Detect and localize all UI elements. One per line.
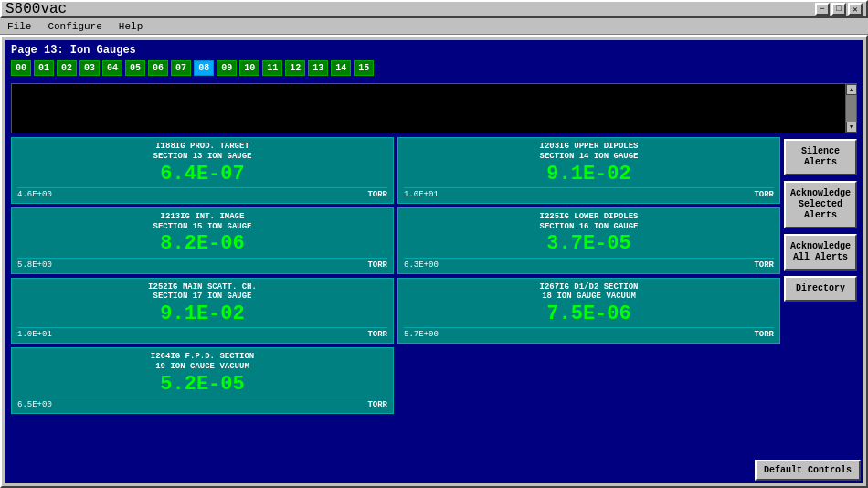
- gauge-i213ig-unit: TORR: [367, 260, 387, 270]
- gauge-i225ig-value: 3.7E-05: [404, 233, 774, 255]
- gauge-i267ig-footer: 5.7E+00 TORR: [404, 327, 774, 339]
- directory-button[interactable]: Directory: [784, 276, 857, 302]
- gauge-i225ig[interactable]: I225IG LOWER DIPOLES SECTION 16 ION GAUG…: [397, 207, 780, 274]
- page-header: Page 13: Ion Gauges 00 01 02 03 04 05 06…: [5, 40, 863, 80]
- content-area: Page 13: Ion Gauges 00 01 02 03 04 05 06…: [5, 40, 863, 483]
- title-buttons: − □ ✕: [815, 3, 863, 16]
- log-scroll-down[interactable]: ▼: [846, 122, 857, 133]
- menu-help[interactable]: Help: [115, 21, 146, 32]
- gauge-i252ig-value: 9.1E-02: [17, 303, 387, 325]
- gauge-i213ig-footer: 5.8E+00 TORR: [17, 258, 387, 270]
- tab-07[interactable]: 07: [171, 60, 191, 76]
- gauge-i203ig-title: I203IG UPPER DIPOLES SECTION 14 ION GAUG…: [404, 142, 774, 162]
- gauge-i267ig-value: 7.5E-06: [404, 303, 774, 325]
- gauge-i264ig[interactable]: I264IG F.P.D. SECTION 19 ION GAUGE VACUU…: [11, 347, 394, 414]
- tab-row: 00 01 02 03 04 05 06 07 08 09 10 11 12 1…: [11, 60, 857, 76]
- gauge-i188ig-title: I188IG PROD. TARGET SECTION 13 ION GAUGE: [17, 142, 387, 162]
- gauge-i225ig-footer: 6.3E+00 TORR: [404, 258, 774, 270]
- log-scroll-up[interactable]: ▲: [846, 84, 857, 95]
- tab-08[interactable]: 08: [194, 60, 214, 76]
- silence-alerts-button[interactable]: Silence Alerts: [784, 139, 857, 175]
- log-scrollbar: ▲ ▼: [845, 84, 856, 133]
- gauge-i203ig[interactable]: I203IG UPPER DIPOLES SECTION 14 ION GAUG…: [397, 137, 780, 204]
- tab-03[interactable]: 03: [79, 60, 100, 76]
- tab-06[interactable]: 06: [148, 60, 168, 76]
- tab-15[interactable]: 15: [354, 60, 374, 76]
- tab-02[interactable]: 02: [57, 60, 77, 76]
- menu-configure[interactable]: Configure: [44, 21, 105, 32]
- gauge-i203ig-unit: TORR: [754, 190, 774, 199]
- gauge-i264ig-setpoint: 6.5E+00: [17, 400, 52, 409]
- gauge-i188ig-footer: 4.6E+00 TORR: [17, 187, 387, 199]
- title-text: S800vac: [5, 1, 67, 17]
- acknowledge-all-button[interactable]: Acknowledge All Alerts: [784, 234, 857, 271]
- tab-09[interactable]: 09: [217, 60, 237, 76]
- menu-file[interactable]: File: [4, 21, 35, 32]
- gauge-i188ig[interactable]: I188IG PROD. TARGET SECTION 13 ION GAUGE…: [11, 137, 394, 204]
- log-area: ▲ ▼: [11, 83, 857, 133]
- gauge-i225ig-title: I225IG LOWER DIPOLES SECTION 16 ION GAUG…: [404, 212, 774, 232]
- main-window: Page 13: Ion Gauges 00 01 02 03 04 05 06…: [0, 35, 868, 488]
- gauge-i267ig-setpoint: 5.7E+00: [404, 330, 439, 339]
- gauge-i264ig-value: 5.2E-05: [17, 374, 387, 396]
- gauge-i213ig[interactable]: I213IG INT. IMAGE SECTION 15 ION GAUGE 8…: [11, 207, 394, 274]
- gauge-i203ig-setpoint: 1.0E+01: [404, 190, 439, 199]
- tab-04[interactable]: 04: [102, 60, 122, 76]
- tab-13[interactable]: 13: [308, 60, 328, 76]
- close-button[interactable]: ✕: [848, 3, 863, 16]
- maximize-button[interactable]: □: [831, 3, 846, 16]
- gauge-i267ig-title: I267IG D1/D2 SECTION 18 ION GAUGE VACUUM: [404, 282, 774, 302]
- tab-11[interactable]: 11: [262, 60, 282, 76]
- gauge-i203ig-footer: 1.0E+01 TORR: [404, 187, 774, 199]
- gauge-i252ig-setpoint: 1.0E+01: [17, 330, 52, 339]
- acknowledge-selected-button[interactable]: Acknowledge Selected Alerts: [784, 181, 857, 228]
- gauge-i252ig[interactable]: I252IG MAIN SCATT. CH. SECTION 17 ION GA…: [11, 278, 394, 345]
- gauge-i225ig-unit: TORR: [754, 260, 774, 270]
- minimize-button[interactable]: −: [815, 3, 830, 16]
- gauge-i213ig-title: I213IG INT. IMAGE SECTION 15 ION GAUGE: [17, 212, 387, 232]
- gauge-i264ig-unit: TORR: [367, 400, 387, 409]
- default-controls-button[interactable]: Default Controls: [755, 460, 861, 481]
- gauge-i264ig-title: I264IG F.P.D. SECTION 19 ION GAUGE VACUU…: [17, 352, 387, 372]
- menu-bar: File Configure Help: [0, 18, 868, 35]
- page-title: Page 13: Ion Gauges: [11, 44, 857, 57]
- tab-00[interactable]: 00: [11, 60, 31, 76]
- gauge-i252ig-unit: TORR: [367, 330, 387, 339]
- tab-12[interactable]: 12: [285, 60, 305, 76]
- gauge-i267ig-unit: TORR: [754, 330, 774, 339]
- gauge-i203ig-value: 9.1E-02: [404, 164, 774, 186]
- gauge-i267ig[interactable]: I267IG D1/D2 SECTION 18 ION GAUGE VACUUM…: [397, 278, 780, 345]
- gauge-i264ig-footer: 6.5E+00 TORR: [17, 398, 387, 409]
- gauge-i188ig-unit: TORR: [367, 190, 387, 199]
- tab-14[interactable]: 14: [331, 60, 351, 76]
- gauge-i188ig-setpoint: 4.6E+00: [17, 190, 52, 199]
- tab-10[interactable]: 10: [239, 60, 259, 76]
- tab-05[interactable]: 05: [125, 60, 145, 76]
- title-bar: S800vac − □ ✕: [0, 0, 868, 18]
- gauge-i213ig-value: 8.2E-06: [17, 233, 387, 255]
- gauge-i225ig-setpoint: 6.3E+00: [404, 260, 439, 270]
- tab-01[interactable]: 01: [34, 60, 54, 76]
- gauge-i252ig-footer: 1.0E+01 TORR: [17, 327, 387, 339]
- gauge-i252ig-title: I252IG MAIN SCATT. CH. SECTION 17 ION GA…: [17, 282, 387, 302]
- gauge-i188ig-value: 6.4E-07: [17, 164, 387, 186]
- gauge-i213ig-setpoint: 5.8E+00: [17, 260, 52, 270]
